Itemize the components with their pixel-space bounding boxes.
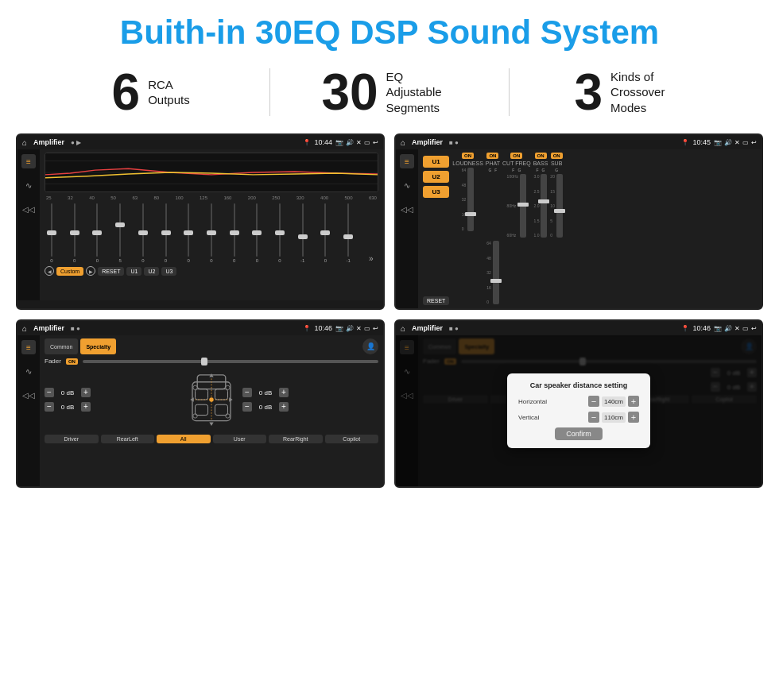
tab-row-3: Common Specialty 👤 [45, 338, 378, 354]
home-icon[interactable] [22, 138, 27, 147]
eq-slider-10[interactable]: 0 [274, 203, 285, 263]
dialog-plus-vertical[interactable]: + [628, 412, 639, 423]
eq-slider-2[interactable]: 0 [91, 203, 103, 263]
status-bar-1: Amplifier ● ▶ 📍 10:44 📷 🔊 ✕ ▭ ↩ [17, 135, 383, 149]
stat-crossover: 3 Kinds ofCrossover Modes [525, 67, 731, 118]
ch-slider-bass[interactable] [541, 174, 547, 238]
u1-preset[interactable]: U1 [423, 156, 449, 168]
dialog-plus-horizontal[interactable]: + [628, 396, 639, 407]
eq-slider-6[interactable]: 0 [183, 203, 194, 263]
eq-slider-13[interactable]: -1 [343, 203, 354, 263]
ch-slider-loudness[interactable] [467, 168, 474, 231]
on-badge-loudness[interactable]: ON [462, 153, 474, 159]
u3-preset[interactable]: U3 [423, 186, 449, 198]
u3-btn-1[interactable]: U3 [161, 267, 176, 276]
user-icon-3[interactable]: 👤 [362, 338, 378, 354]
eq-slider-12[interactable]: 0 [320, 203, 331, 263]
home-icon-2[interactable] [401, 138, 405, 147]
sidebar-eq-icon[interactable]: ≡ [21, 154, 36, 168]
home-icon-3[interactable] [22, 324, 27, 333]
on-badge-sub[interactable]: ON [551, 153, 563, 159]
svg-rect-8 [196, 404, 208, 415]
dialog-minus-horizontal[interactable]: − [588, 396, 599, 407]
tab-common-3[interactable]: Common [45, 338, 78, 354]
close-icon-4: ✕ [734, 325, 740, 332]
dialog-value-horizontal: 140cm [602, 396, 626, 407]
camera-icon-4: 📷 [714, 325, 722, 332]
dialog-row-horizontal: Horizontal − 140cm + [518, 396, 639, 407]
eq-slider-7[interactable]: 0 [206, 203, 217, 263]
eq-slider-11[interactable]: -1 [297, 203, 308, 263]
rearleft-btn-3[interactable]: RearLeft [101, 435, 155, 443]
driver-btn-3[interactable]: Driver [45, 435, 99, 443]
sidebar-eq-icon-2[interactable]: ≡ [400, 154, 414, 168]
fader-on-badge[interactable]: ON [66, 358, 78, 365]
stat-label-rca: RCAOutputs [148, 77, 190, 108]
u2-btn-1[interactable]: U2 [144, 267, 159, 276]
on-badge-cutfreq[interactable]: ON [510, 153, 522, 159]
reset-btn-1[interactable]: RESET [98, 267, 124, 276]
dialog-minus-vertical[interactable]: − [588, 412, 599, 423]
camera-icon-3: 📷 [335, 325, 343, 332]
stat-label-crossover: Kinds ofCrossover Modes [610, 69, 682, 116]
u1-btn-1[interactable]: U1 [126, 267, 141, 276]
next-btn[interactable]: ▶ [86, 266, 95, 276]
back-icon-2[interactable]: ↩ [751, 139, 757, 146]
channel-loudness: ON LOUDNESS 644832160 [452, 153, 483, 305]
fader-slider[interactable] [83, 360, 378, 363]
all-btn-3[interactable]: All [157, 435, 211, 443]
db-plus-rr[interactable]: + [279, 402, 289, 412]
eq-slider-8[interactable]: 0 [229, 203, 240, 263]
tab-specialty-3[interactable]: Specialty [80, 338, 116, 354]
eq-slider-expand[interactable]: » [366, 203, 377, 263]
db-minus-rr[interactable]: − [242, 402, 252, 412]
svg-marker-18 [209, 423, 213, 426]
status-bar-3: Amplifier ■ ● 📍 10:46 📷 🔊 ✕ ▭ ↩ [17, 321, 383, 335]
eq-freq-labels: 2532405063 80100125160200 25032040050063… [45, 195, 378, 200]
screen-fader: Amplifier ■ ● 📍 10:46 📷 🔊 ✕ ▭ ↩ ≡ ∿ ◁◁ C… [16, 319, 385, 488]
sidebar-wave-icon[interactable]: ∿ [21, 178, 36, 192]
db-minus-fl[interactable]: − [45, 388, 54, 397]
db-plus-fr[interactable]: + [279, 388, 289, 397]
back-icon-3[interactable]: ↩ [373, 325, 378, 332]
eq-slider-0[interactable]: 0 [46, 203, 57, 263]
back-icon-1[interactable]: ↩ [373, 139, 378, 146]
on-badge-bass[interactable]: ON [535, 153, 547, 159]
dialog-overlay: Car speaker distance setting Horizontal … [396, 335, 762, 486]
svg-rect-7 [215, 389, 227, 400]
prev-btn[interactable]: ◀ [45, 266, 54, 276]
db-minus-fr[interactable]: − [242, 388, 252, 397]
location-icon-1: 📍 [303, 139, 311, 146]
ch-slider-cutfreq[interactable] [520, 174, 526, 238]
on-badge-phat[interactable]: ON [486, 153, 498, 159]
db-minus-rl[interactable]: − [45, 402, 54, 412]
u2-preset[interactable]: U2 [423, 171, 449, 183]
sidebar-eq-icon-3[interactable]: ≡ [21, 340, 36, 354]
db-plus-fl[interactable]: + [81, 388, 91, 397]
sidebar-vol-icon-2[interactable]: ◁◁ [400, 202, 414, 216]
channel-bass: ON BASS FG 3.02.52.01.51.0 [533, 153, 548, 305]
sidebar-vol-icon-3[interactable]: ◁◁ [21, 388, 36, 402]
confirm-button[interactable]: Confirm [555, 427, 603, 440]
rearright-btn-3[interactable]: RearRight [269, 435, 323, 443]
ch-label-sub: SUB [551, 160, 562, 166]
sidebar-wave-icon-3[interactable]: ∿ [21, 364, 36, 378]
reset-btn-2[interactable]: RESET [423, 296, 449, 305]
eq-slider-4[interactable]: 0 [138, 203, 149, 263]
back-icon-4[interactable]: ↩ [751, 325, 757, 332]
db-plus-rl[interactable]: + [81, 402, 91, 412]
eq-slider-1[interactable]: 0 [69, 203, 80, 263]
home-icon-4[interactable] [401, 324, 405, 333]
eq-slider-9[interactable]: 0 [251, 203, 262, 263]
sidebar-wave-icon-2[interactable]: ∿ [400, 178, 414, 192]
custom-btn[interactable]: Custom [56, 267, 83, 276]
ch-label-loudness: LOUDNESS [452, 160, 483, 166]
user-btn-3[interactable]: User [213, 435, 267, 443]
ch-slider-sub[interactable] [556, 174, 563, 238]
status-bar-2: Amplifier ■ ● 📍 10:45 📷 🔊 ✕ ▭ ↩ [396, 135, 762, 149]
eq-slider-3[interactable]: 5 [114, 203, 126, 263]
sidebar-vol-icon[interactable]: ◁◁ [21, 202, 36, 216]
eq-slider-5[interactable]: 0 [161, 203, 172, 263]
copilot-btn-3[interactable]: Copilot [325, 435, 379, 443]
ch-slider-phat[interactable] [493, 241, 499, 304]
